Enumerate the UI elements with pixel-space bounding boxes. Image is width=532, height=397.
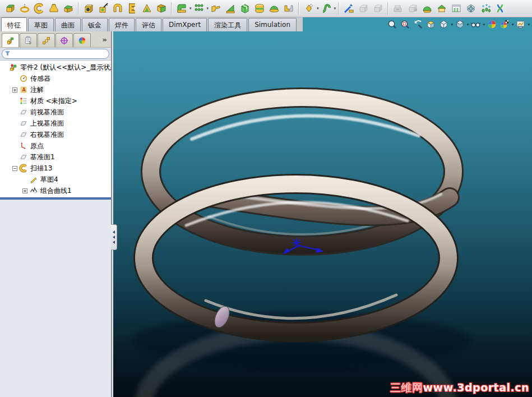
wrap-button[interactable] [253, 2, 266, 15]
sketch-glyph [29, 175, 38, 184]
material-icon [19, 96, 28, 105]
manager-tab-displaymanager[interactable] [73, 33, 91, 47]
tab-曲面[interactable]: 曲面 [55, 18, 81, 31]
graphics-viewport[interactable]: 三维网www.3dportal.cn [113, 31, 532, 397]
dome-button[interactable] [267, 2, 281, 15]
sketch-icon [29, 175, 38, 184]
plane-glyph [19, 108, 28, 117]
tree-item-基准面1[interactable]: 基准面1 [0, 151, 111, 163]
lofted-cut-button[interactable] [140, 2, 154, 15]
tab-钣金[interactable]: 钣金 [82, 18, 108, 31]
tree-expander[interactable]: − [12, 166, 17, 171]
tab-草图[interactable]: 草图 [28, 18, 54, 31]
realview-display-button[interactable] [514, 18, 527, 31]
tree-item-label: 右视基准面 [30, 130, 64, 140]
tab-焊件[interactable]: 焊件 [109, 18, 135, 31]
tab-评估[interactable]: 评估 [136, 18, 161, 31]
lofted-boss-button[interactable] [47, 2, 61, 15]
instant3d-button[interactable] [342, 2, 355, 15]
linear-pattern-button[interactable] [192, 2, 206, 15]
zoom-to-fit-button[interactable] [386, 18, 399, 31]
zoom-to-area-icon [400, 19, 410, 30]
view-settings-dropdown-arrow[interactable]: ▾ [512, 22, 514, 27]
lofted-cut-icon [141, 3, 152, 14]
panel-collapse-handle[interactable] [111, 224, 117, 250]
tree-item-零件2 (默认<<默认>_显示状态[interactable]: 零件2 (默认<<默认>_显示状态 [0, 62, 111, 73]
tab-渲染工具[interactable]: 渲染工具 [208, 18, 247, 31]
hide-show-items-button[interactable] [469, 18, 482, 31]
tree-item-草图4[interactable]: 草图4 [0, 174, 111, 185]
tree-item-原点[interactable]: 原点 [0, 140, 111, 151]
fillet-button[interactable] [175, 2, 188, 15]
manager-tabs-overflow[interactable]: » [103, 35, 107, 44]
tree-item-前视基准面[interactable]: 前视基准面 [0, 107, 111, 118]
rib-button[interactable] [209, 2, 223, 15]
tree-expander[interactable]: + [12, 87, 17, 93]
zoom-to-fit-icon [387, 19, 397, 30]
view-orientation-icon [438, 19, 449, 30]
tree-item-组合曲线1[interactable]: +组合曲线1 [0, 185, 111, 196]
extruded-boss-button[interactable] [3, 2, 17, 15]
green-house-button[interactable] [435, 2, 448, 15]
design-table-button[interactable] [450, 2, 463, 15]
swept-boss-button[interactable] [33, 2, 46, 15]
linear-pattern-dropdown-arrow[interactable]: ▾ [207, 6, 209, 11]
main-toolbar: ▾▾▾▾ [0, 0, 532, 17]
hide-show-items-icon [470, 19, 481, 30]
view-settings-button[interactable] [498, 18, 511, 31]
hole-wizard-button[interactable] [96, 2, 110, 15]
swept-cut-icon [127, 3, 138, 14]
swept-cut-button[interactable] [126, 2, 139, 15]
tab-特征[interactable]: 特征 [1, 17, 27, 31]
manager-tab-featuremanager-design-tree[interactable] [2, 33, 19, 47]
filter-funnel-glyph [4, 50, 11, 57]
display-style-dropdown-arrow[interactable]: ▾ [467, 22, 469, 27]
tab-DimXpert[interactable]: DimXpert [163, 18, 207, 31]
manager-tab-dimxpertmanager[interactable] [55, 33, 73, 47]
realview-display-dropdown-arrow[interactable]: ▾ [528, 22, 530, 27]
revolved-cut-icon [112, 3, 123, 14]
manager-tab-configurationmanager[interactable] [38, 33, 55, 47]
display-style-button[interactable] [454, 18, 466, 31]
curve-pair-icon [494, 3, 506, 14]
view-orientation-button[interactable] [437, 18, 450, 31]
curves-dropdown-arrow[interactable]: ▾ [334, 6, 336, 11]
spring-model[interactable] [113, 31, 532, 397]
tab-Simulation[interactable]: Simulation [248, 18, 297, 31]
revolved-boss-button[interactable] [18, 2, 31, 15]
fillet-dropdown-arrow[interactable]: ▾ [189, 6, 192, 11]
green-mound-button[interactable] [420, 2, 434, 15]
curve-pair-button[interactable] [493, 2, 507, 15]
reference-geometry-button[interactable] [302, 2, 316, 15]
gray-cube-icon [358, 3, 369, 14]
origin-icon [19, 141, 28, 150]
manager-tab-propertymanager[interactable] [20, 33, 37, 47]
curves-button[interactable] [320, 2, 333, 15]
tree-item-扫描13[interactable]: −扫描13 [0, 163, 111, 174]
apply-scene-button[interactable] [485, 18, 498, 31]
tree-item-注解[interactable]: +A注解 [0, 84, 111, 95]
tree-item-上视基准面[interactable]: 上视基准面 [0, 118, 111, 129]
sparkle-dots-button[interactable] [479, 2, 492, 15]
draft-button[interactable] [224, 2, 237, 15]
tree-expander[interactable]: + [22, 188, 27, 193]
molecule-button[interactable] [464, 2, 478, 15]
boundary-boss-button[interactable] [62, 2, 75, 15]
extruded-cut-button[interactable] [82, 2, 95, 15]
shell-button[interactable] [238, 2, 252, 15]
tree-item-传感器[interactable]: 传感器 [0, 73, 111, 84]
tree-item-材质 <未指定>[interactable]: 材质 <未指定> [0, 95, 111, 107]
tree-item-右视基准面[interactable]: 右视基准面 [0, 129, 111, 140]
zoom-to-area-button[interactable] [399, 18, 411, 31]
instant3d-icon [343, 3, 354, 14]
mirror-icon [283, 3, 294, 14]
tree-filter-input[interactable] [2, 49, 109, 59]
view-orientation-dropdown-arrow[interactable]: ▾ [451, 22, 453, 27]
hide-show-items-dropdown-arrow[interactable]: ▾ [483, 22, 485, 27]
previous-view-button[interactable] [411, 18, 424, 31]
section-view-button[interactable] [424, 18, 437, 31]
mirror-button[interactable] [282, 2, 295, 15]
reference-geometry-dropdown-arrow[interactable]: ▾ [317, 6, 319, 11]
revolved-cut-button[interactable] [111, 2, 124, 15]
boundary-cut-button[interactable] [155, 2, 168, 15]
